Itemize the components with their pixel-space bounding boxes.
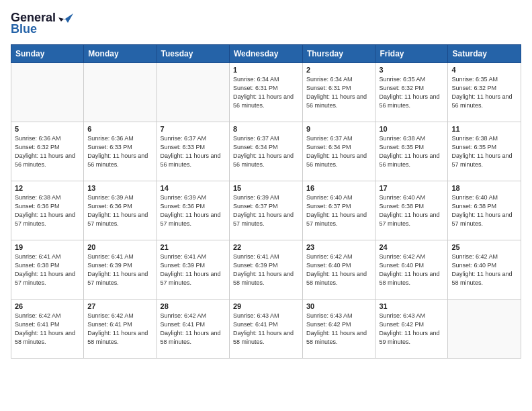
weekday-header: Monday [84, 45, 157, 63]
day-info: Sunrise: 6:39 AM Sunset: 6:36 PM Dayligh… [161, 193, 226, 228]
logo-blue-text: Blue [11, 22, 37, 36]
day-number: 26 [15, 302, 80, 310]
day-info: Sunrise: 6:42 AM Sunset: 6:41 PM Dayligh… [87, 312, 152, 347]
day-number: 18 [451, 184, 517, 192]
calendar-cell: 20Sunrise: 6:41 AM Sunset: 6:39 PM Dayli… [84, 240, 157, 300]
calendar-cell: 21Sunrise: 6:41 AM Sunset: 6:39 PM Dayli… [157, 240, 229, 300]
day-info: Sunrise: 6:42 AM Sunset: 6:40 PM Dayligh… [379, 253, 444, 287]
calendar-cell: 17Sunrise: 6:40 AM Sunset: 6:38 PM Dayli… [375, 181, 448, 240]
day-info: Sunrise: 6:34 AM Sunset: 6:31 PM Dayligh… [233, 75, 299, 110]
day-info: Sunrise: 6:38 AM Sunset: 6:35 PM Dayligh… [379, 134, 444, 169]
calendar-cell: 25Sunrise: 6:42 AM Sunset: 6:40 PM Dayli… [448, 240, 521, 300]
day-number: 20 [87, 243, 152, 251]
day-info: Sunrise: 6:39 AM Sunset: 6:36 PM Dayligh… [87, 193, 152, 228]
calendar-table: SundayMondayTuesdayWednesdayThursdayFrid… [11, 44, 521, 359]
day-info: Sunrise: 6:37 AM Sunset: 6:34 PM Dayligh… [306, 134, 372, 169]
weekday-header: Wednesday [229, 45, 302, 63]
calendar-cell: 3Sunrise: 6:35 AM Sunset: 6:32 PM Daylig… [375, 63, 448, 122]
day-number: 12 [15, 184, 80, 192]
day-number: 10 [379, 125, 444, 133]
calendar-cell: 18Sunrise: 6:40 AM Sunset: 6:38 PM Dayli… [448, 181, 521, 240]
calendar-cell: 10Sunrise: 6:38 AM Sunset: 6:35 PM Dayli… [375, 122, 448, 181]
calendar-week-row: 26Sunrise: 6:42 AM Sunset: 6:41 PM Dayli… [11, 300, 521, 359]
calendar-cell: 15Sunrise: 6:39 AM Sunset: 6:37 PM Dayli… [229, 181, 302, 240]
day-info: Sunrise: 6:35 AM Sunset: 6:32 PM Dayligh… [451, 75, 517, 110]
day-info: Sunrise: 6:35 AM Sunset: 6:32 PM Dayligh… [379, 75, 444, 110]
day-number: 21 [161, 243, 226, 251]
calendar-cell: 11Sunrise: 6:38 AM Sunset: 6:35 PM Dayli… [448, 122, 521, 181]
day-number: 6 [87, 125, 152, 133]
day-number: 22 [233, 243, 299, 251]
weekday-header: Thursday [302, 45, 375, 63]
page-header: General Blue [11, 11, 521, 36]
day-info: Sunrise: 6:37 AM Sunset: 6:34 PM Dayligh… [233, 134, 299, 169]
weekday-header-row: SundayMondayTuesdayWednesdayThursdayFrid… [11, 45, 521, 63]
calendar-cell [448, 300, 521, 359]
day-number: 30 [306, 302, 372, 310]
calendar-cell: 22Sunrise: 6:41 AM Sunset: 6:39 PM Dayli… [229, 240, 302, 300]
calendar-cell: 29Sunrise: 6:43 AM Sunset: 6:41 PM Dayli… [229, 300, 302, 359]
calendar-week-row: 19Sunrise: 6:41 AM Sunset: 6:38 PM Dayli… [11, 240, 521, 300]
logo: General Blue [11, 11, 73, 36]
day-number: 23 [306, 243, 372, 251]
calendar-cell: 12Sunrise: 6:38 AM Sunset: 6:36 PM Dayli… [11, 181, 84, 240]
calendar-cell: 1Sunrise: 6:34 AM Sunset: 6:31 PM Daylig… [229, 63, 302, 122]
day-info: Sunrise: 6:41 AM Sunset: 6:38 PM Dayligh… [15, 253, 80, 287]
day-info: Sunrise: 6:34 AM Sunset: 6:31 PM Dayligh… [306, 75, 372, 110]
day-number: 31 [379, 302, 444, 310]
weekday-header: Tuesday [157, 45, 229, 63]
calendar-cell: 9Sunrise: 6:37 AM Sunset: 6:34 PM Daylig… [302, 122, 375, 181]
day-number: 16 [306, 184, 372, 192]
day-info: Sunrise: 6:42 AM Sunset: 6:40 PM Dayligh… [306, 253, 372, 287]
day-info: Sunrise: 6:43 AM Sunset: 6:42 PM Dayligh… [306, 312, 372, 347]
calendar-cell [157, 63, 229, 122]
calendar-cell: 7Sunrise: 6:37 AM Sunset: 6:33 PM Daylig… [157, 122, 229, 181]
weekday-header: Friday [375, 45, 448, 63]
weekday-header: Saturday [448, 45, 521, 63]
calendar-cell: 30Sunrise: 6:43 AM Sunset: 6:42 PM Dayli… [302, 300, 375, 359]
calendar-week-row: 1Sunrise: 6:34 AM Sunset: 6:31 PM Daylig… [11, 63, 521, 122]
day-info: Sunrise: 6:37 AM Sunset: 6:33 PM Dayligh… [161, 134, 226, 169]
calendar-cell: 19Sunrise: 6:41 AM Sunset: 6:38 PM Dayli… [11, 240, 84, 300]
day-number: 1 [233, 66, 299, 74]
day-number: 27 [87, 302, 152, 310]
day-number: 7 [161, 125, 226, 133]
svg-marker-1 [58, 17, 64, 21]
day-number: 4 [451, 66, 517, 74]
day-number: 25 [451, 243, 517, 251]
day-info: Sunrise: 6:38 AM Sunset: 6:35 PM Dayligh… [451, 134, 517, 169]
day-info: Sunrise: 6:43 AM Sunset: 6:42 PM Dayligh… [379, 312, 444, 347]
calendar-cell: 24Sunrise: 6:42 AM Sunset: 6:40 PM Dayli… [375, 240, 448, 300]
calendar-cell: 23Sunrise: 6:42 AM Sunset: 6:40 PM Dayli… [302, 240, 375, 300]
calendar-cell: 4Sunrise: 6:35 AM Sunset: 6:32 PM Daylig… [448, 63, 521, 122]
day-number: 24 [379, 243, 444, 251]
calendar-cell: 13Sunrise: 6:39 AM Sunset: 6:36 PM Dayli… [84, 181, 157, 240]
calendar-cell: 6Sunrise: 6:36 AM Sunset: 6:33 PM Daylig… [84, 122, 157, 181]
day-number: 29 [233, 302, 299, 310]
calendar-week-row: 5Sunrise: 6:36 AM Sunset: 6:32 PM Daylig… [11, 122, 521, 181]
day-number: 15 [233, 184, 299, 192]
day-info: Sunrise: 6:40 AM Sunset: 6:38 PM Dayligh… [379, 193, 444, 228]
day-number: 14 [161, 184, 226, 192]
day-info: Sunrise: 6:41 AM Sunset: 6:39 PM Dayligh… [233, 253, 299, 287]
calendar-cell: 8Sunrise: 6:37 AM Sunset: 6:34 PM Daylig… [229, 122, 302, 181]
day-info: Sunrise: 6:42 AM Sunset: 6:41 PM Dayligh… [15, 312, 80, 347]
day-number: 2 [306, 66, 372, 74]
calendar-cell: 14Sunrise: 6:39 AM Sunset: 6:36 PM Dayli… [157, 181, 229, 240]
calendar-cell: 16Sunrise: 6:40 AM Sunset: 6:37 PM Dayli… [302, 181, 375, 240]
calendar-cell: 5Sunrise: 6:36 AM Sunset: 6:32 PM Daylig… [11, 122, 84, 181]
day-number: 17 [379, 184, 444, 192]
day-number: 19 [15, 243, 80, 251]
day-number: 9 [306, 125, 372, 133]
day-number: 13 [87, 184, 152, 192]
weekday-header: Sunday [11, 45, 84, 63]
day-info: Sunrise: 6:36 AM Sunset: 6:33 PM Dayligh… [87, 134, 152, 169]
day-info: Sunrise: 6:42 AM Sunset: 6:40 PM Dayligh… [451, 253, 517, 287]
day-info: Sunrise: 6:39 AM Sunset: 6:37 PM Dayligh… [233, 193, 299, 228]
day-info: Sunrise: 6:43 AM Sunset: 6:41 PM Dayligh… [233, 312, 299, 347]
svg-marker-0 [61, 13, 73, 23]
day-number: 11 [451, 125, 517, 133]
logo-bird-icon [58, 12, 73, 24]
day-number: 3 [379, 66, 444, 74]
calendar-cell: 31Sunrise: 6:43 AM Sunset: 6:42 PM Dayli… [375, 300, 448, 359]
